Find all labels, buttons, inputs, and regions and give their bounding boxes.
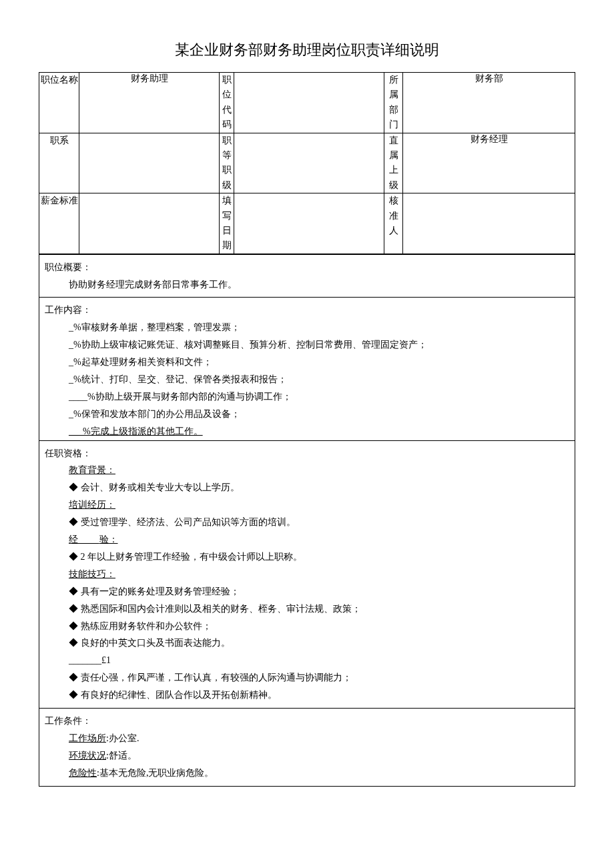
- exp-text: ◆ 2 年以上财务管理工作经验，有中级会计师以上职称。: [45, 548, 569, 566]
- train-text: ◆ 受过管理学、经济法、公司产品知识等方面的培训。: [45, 514, 569, 531]
- work-line-5: ____%协助上级开展与财务部内部的沟通与协调工作；: [45, 388, 569, 406]
- header-table: 职位名称 财务助理 职位代码 所属部门 财务部 职系 职等职级 直属上级 财务经…: [39, 72, 575, 254]
- work-line-3: _%起草处理财务相关资料和文件；: [45, 354, 569, 371]
- skill-line-4: ◆ 良好的中英文口头及书面表达能力。: [45, 634, 569, 652]
- skill-line-2: ◆ 熟悉国际和国内会计准则以及相关的财务、桎务、审计法规、政策；: [45, 600, 569, 618]
- qualification-heading: 任职资格：: [45, 445, 569, 462]
- work-line-4: _%统计、打印、呈交、登记、保管各类报表和报告；: [45, 371, 569, 388]
- section-conditions: 工作条件： 工作场所:办公室. 环境状况:舒适。 危险性:基本无危险,无职业病危…: [39, 708, 575, 786]
- label-approver: 核准人: [384, 193, 403, 254]
- condition-env: 环境状况:舒适。: [45, 747, 569, 765]
- work-line-2: _%协助上级审核记账凭证、核对调整账目、预算分析、控制日常费用、管理固定资产；: [45, 336, 569, 354]
- label-department: 所属部门: [384, 73, 403, 133]
- attitude-line-2: ◆ 有良好的纪律性、团队合作以及开拓创新精神。: [45, 687, 569, 704]
- section-work-content: 工作内容： _%审核财务单据，整理档案，管理发票； _%协助上级审核记账凭证、核…: [39, 298, 575, 440]
- label-job-series: 职系: [39, 133, 79, 193]
- label-fill-date: 填写日期: [220, 193, 234, 254]
- section-qualification: 任职资格： 教育背景： ◆ 会计、财务或相关专业大专以上学历。 培训经历： ◆ …: [39, 440, 575, 708]
- value-supervisor: 财务经理: [403, 133, 575, 193]
- value-position-name: 财务助理: [79, 73, 220, 133]
- work-content-heading: 工作内容：: [45, 302, 569, 319]
- value-job-series: [79, 133, 220, 193]
- value-job-grade: [234, 133, 384, 193]
- value-fill-date: [234, 193, 384, 254]
- conditions-heading: 工作条件：: [45, 713, 569, 730]
- body-table: 职位概要： 协助财务经理完成财务部日常事务工作。 工作内容： _%审核财务单据，…: [39, 254, 575, 787]
- label-job-grade: 职等职级: [220, 133, 234, 193]
- extra-marker: _______£1: [45, 652, 569, 669]
- value-department: 财务部: [403, 73, 575, 133]
- condition-risk: 危险性:基本无危险,无职业病危险。: [45, 765, 569, 782]
- exp-label: 经 验：: [69, 534, 118, 544]
- skill-line-1: ◆ 具有一定的账务处理及财务管理经验；: [45, 583, 569, 600]
- label-supervisor: 直属上级: [384, 133, 403, 193]
- work-line-6: _%保管和发放本部门的办公用品及设备；: [45, 406, 569, 423]
- label-position-name: 职位名称: [39, 73, 79, 133]
- train-label: 培训经历：: [69, 500, 115, 510]
- skill-label: 技能技巧：: [69, 569, 115, 579]
- skill-line-3: ◆ 熟练应用财务软件和办公软件；: [45, 618, 569, 635]
- section-summary: 职位概要： 协助财务经理完成财务部日常事务工作。: [39, 254, 575, 298]
- edu-text: ◆ 会计、财务或相关专业大专以上学历。: [45, 479, 569, 496]
- document-title: 某企业财务部财务助理岗位职责详细说明: [39, 40, 575, 60]
- summary-heading: 职位概要：: [45, 259, 569, 276]
- work-line-1: _%审核财务单据，整理档案，管理发票；: [45, 319, 569, 336]
- condition-place: 工作场所:办公室.: [45, 730, 569, 747]
- value-approver: [403, 193, 575, 254]
- value-salary: [79, 193, 220, 254]
- label-salary: 薪金标准: [39, 193, 79, 254]
- edu-label: 教育背景：: [69, 465, 115, 475]
- summary-text: 协助财务经理完成财务部日常事务工作。: [45, 276, 569, 294]
- attitude-line-1: ◆ 责任心强，作风严谨，工作认真，有较强的人际沟通与协调能力；: [45, 669, 569, 687]
- work-line-7: ___%完成上级指派的其他工作。: [45, 423, 569, 440]
- label-position-code: 职位代码: [220, 73, 234, 133]
- value-position-code: [234, 73, 384, 133]
